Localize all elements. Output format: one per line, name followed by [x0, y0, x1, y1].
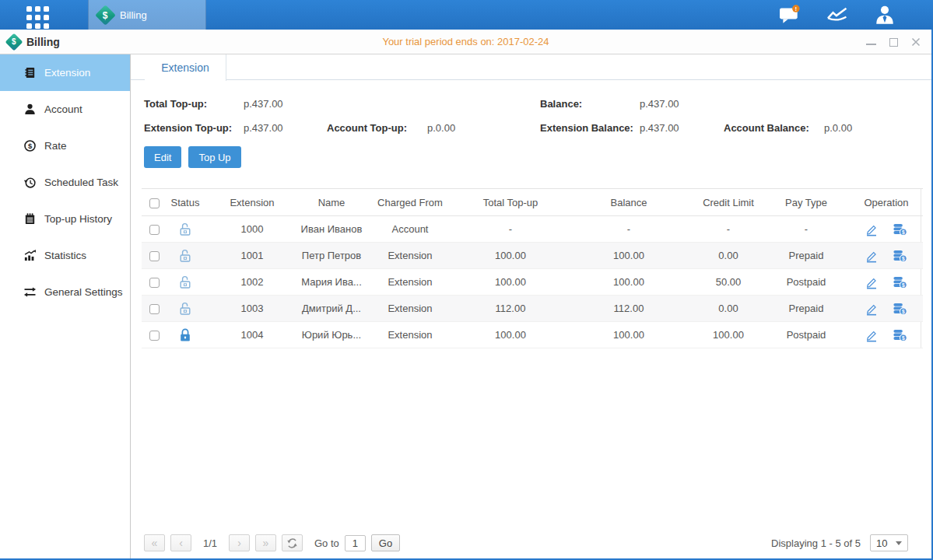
balance-label: Balance: — [540, 98, 640, 110]
top-up-row-icon[interactable]: $ — [893, 222, 907, 236]
bar-chart-icon — [23, 249, 37, 263]
top-up-row-icon[interactable]: $ — [893, 328, 907, 342]
person-icon — [23, 103, 37, 117]
go-button[interactable]: Go — [371, 534, 400, 551]
goto-label: Go to — [314, 537, 339, 549]
edit-row-icon[interactable] — [865, 328, 879, 342]
sidebar-item-general-settings[interactable]: General Settings — [0, 274, 130, 310]
taskbar-tab-billing[interactable]: $ Billing — [88, 0, 206, 30]
page-size-value: 10 — [876, 537, 887, 549]
maximize-icon[interactable] — [889, 38, 898, 47]
select-all-checkbox[interactable] — [149, 198, 160, 208]
total-topup-label: Total Top-up: — [144, 98, 244, 110]
svg-text:$: $ — [27, 142, 32, 150]
cell-extension: 1003 — [204, 296, 300, 322]
extension-table-body: 1000 Иван Иванов Account - - - - — [142, 216, 923, 348]
cell-balance: 100.00 — [563, 269, 694, 296]
edit-row-icon[interactable] — [865, 249, 879, 263]
table-row: 1002 Мария Ива... Extension 100.00 100.0… — [142, 269, 923, 296]
sidebar-item-statistics[interactable]: Statistics — [0, 237, 130, 274]
chevron-down-icon — [896, 541, 902, 545]
cell-credit-limit: 0.00 — [694, 243, 763, 269]
tab-extension[interactable]: Extension — [145, 54, 226, 81]
sidebar-item-account[interactable]: Account — [0, 91, 130, 128]
svg-text:!: ! — [795, 5, 798, 12]
row-checkbox[interactable] — [149, 251, 160, 261]
ledger-icon — [23, 66, 37, 80]
sidebar-item-scheduled-task[interactable]: Scheduled Task — [0, 164, 130, 201]
prev-page-button[interactable]: ‹ — [170, 534, 191, 551]
table-row: 1000 Иван Иванов Account - - - - — [142, 216, 923, 243]
sidebar-item-label: Rate — [44, 140, 67, 152]
edit-row-icon[interactable] — [865, 275, 879, 289]
user-account-icon[interactable] — [872, 4, 897, 26]
desktop-topbar: $ Billing ! — [0, 0, 933, 30]
edit-button[interactable]: Edit — [144, 146, 181, 168]
status-lock-icon — [179, 249, 191, 263]
last-page-button[interactable]: » — [255, 534, 276, 551]
cell-total-topup: 100.00 — [458, 243, 563, 269]
cell-balance: 100.00 — [563, 243, 694, 269]
minimize-icon[interactable] — [866, 39, 876, 45]
next-page-button[interactable]: › — [229, 534, 250, 551]
refresh-button[interactable] — [282, 534, 303, 551]
edit-row-icon[interactable] — [865, 302, 879, 316]
cell-credit-limit: 50.00 — [694, 269, 763, 296]
col-total-topup: Total Top-up — [458, 189, 563, 216]
row-checkbox[interactable] — [149, 225, 160, 235]
top-up-button[interactable]: Top Up — [188, 146, 240, 168]
cell-name: Петр Петров — [300, 243, 363, 269]
edit-row-icon[interactable] — [865, 222, 879, 236]
svg-text:$: $ — [902, 334, 905, 341]
row-checkbox[interactable] — [149, 304, 160, 314]
cell-name: Дмитрий Д... — [300, 296, 363, 322]
sidebar-item-extension[interactable]: Extension — [0, 54, 130, 91]
close-icon[interactable] — [911, 37, 921, 47]
page-size-select[interactable]: 10 — [870, 534, 908, 551]
col-status: Status — [167, 189, 204, 216]
status-lock-icon — [179, 302, 191, 316]
taskbar-tab-label: Billing — [120, 9, 147, 21]
sidebar-item-topup-history[interactable]: Top-up History — [0, 201, 130, 237]
top-up-row-icon[interactable]: $ — [893, 275, 907, 289]
cell-charged-from: Extension — [363, 322, 458, 348]
cell-total-topup: - — [458, 216, 563, 243]
cell-balance: 112.00 — [563, 296, 694, 322]
cell-extension: 1002 — [204, 269, 300, 296]
sidebar-item-label: Statistics — [44, 250, 86, 261]
sidebar-item-label: General Settings — [44, 286, 123, 298]
extension-balance-label: Extension Balance: — [540, 122, 640, 134]
cell-extension: 1004 — [204, 322, 300, 348]
cell-pay-type: - — [763, 216, 850, 243]
cell-balance: - — [563, 216, 694, 243]
account-balance-label: Account Balance: — [724, 122, 824, 134]
row-checkbox[interactable] — [149, 331, 160, 341]
sidebar-item-label: Account — [44, 103, 82, 115]
col-pay-type: Pay Type — [763, 189, 850, 216]
table-row: 1004 Юрий Юрь... Extension 100.00 100.00… — [142, 322, 923, 348]
top-up-row-icon[interactable]: $ — [893, 249, 907, 263]
cell-total-topup: 100.00 — [458, 269, 563, 296]
window-titlebar: $ Billing Your trial period ends on: 201… — [0, 30, 931, 54]
svg-text:$: $ — [902, 229, 905, 235]
sidebar-item-label: Top-up History — [44, 213, 112, 225]
sidebar-item-label: Scheduled Task — [44, 177, 118, 188]
cell-pay-type: Postpaid — [763, 322, 850, 348]
notifications-icon[interactable]: ! — [777, 4, 802, 26]
first-page-button[interactable]: « — [144, 534, 165, 551]
history-clock-icon — [23, 176, 37, 190]
col-extension: Extension — [204, 189, 300, 216]
sidebar: Extension Account $ Rate — [0, 54, 131, 558]
status-lock-icon — [179, 275, 191, 289]
sidebar-item-rate[interactable]: $ Rate — [0, 128, 130, 164]
app-launcher-icon[interactable] — [26, 6, 49, 29]
reports-chart-icon[interactable] — [825, 4, 850, 26]
top-up-row-icon[interactable]: $ — [893, 302, 907, 316]
cell-name: Иван Иванов — [300, 216, 363, 243]
sliders-icon — [23, 285, 37, 299]
cell-name: Юрий Юрь... — [300, 322, 363, 348]
row-checkbox[interactable] — [149, 278, 160, 288]
goto-page-input[interactable] — [345, 535, 366, 551]
col-credit-limit: Credit Limit — [694, 189, 763, 216]
svg-text:$: $ — [902, 255, 905, 261]
